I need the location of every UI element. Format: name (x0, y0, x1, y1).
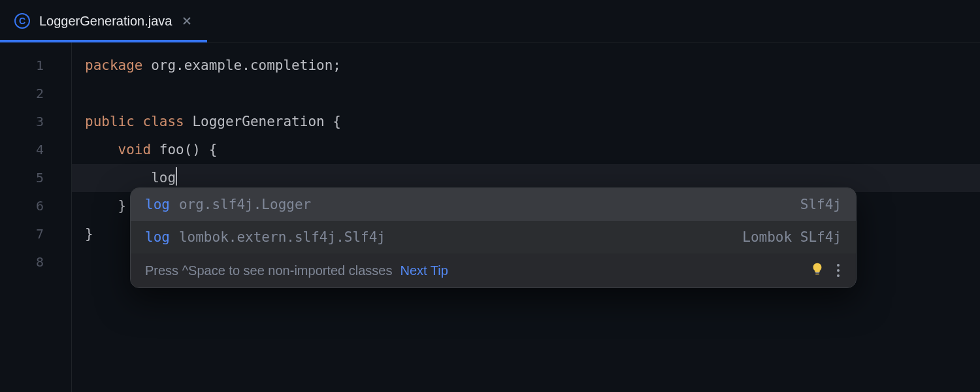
tab-title: LoggerGeneration.java (39, 14, 172, 29)
next-tip-link[interactable]: Next Tip (400, 263, 448, 278)
completion-item-source: Lombok SLf4j (742, 229, 841, 245)
completion-popup-footer: Press ^Space to see non-imported classes… (131, 253, 856, 287)
code-line[interactable] (85, 80, 980, 108)
code-editor[interactable]: 12345678 package org.example.completion;… (0, 42, 980, 392)
completion-item[interactable]: logorg.slf4j.LoggerSlf4j (131, 188, 856, 221)
line-number: 2 (0, 80, 44, 108)
svg-rect-0 (815, 272, 819, 273)
line-number: 6 (0, 192, 44, 220)
line-number: 3 (0, 108, 44, 136)
line-number: 1 (0, 52, 44, 80)
editor-tab[interactable]: C LoggerGeneration.java (0, 0, 207, 42)
tab-bar: C LoggerGeneration.java (0, 0, 980, 42)
line-number: 8 (0, 248, 44, 276)
line-number: 5 (0, 164, 44, 192)
completion-item[interactable]: loglombok.extern.slf4j.Slf4jLombok SLf4j (131, 221, 856, 253)
completion-popup: logorg.slf4j.LoggerSlf4jloglombok.extern… (130, 188, 857, 288)
completion-item-type: lombok.extern.slf4j.Slf4j (179, 229, 742, 245)
completion-item-type: org.slf4j.Logger (179, 197, 800, 212)
more-options-icon[interactable] (832, 264, 844, 277)
code-line[interactable]: void foo() { (85, 136, 980, 164)
line-number: 7 (0, 220, 44, 248)
lightbulb-icon[interactable] (810, 262, 825, 280)
completion-item-name: log (145, 229, 170, 245)
text-caret (176, 167, 177, 186)
line-number-gutter: 12345678 (0, 42, 72, 392)
code-line[interactable]: public class LoggerGeneration { (85, 108, 980, 136)
class-file-icon: C (14, 13, 30, 29)
line-number: 4 (0, 136, 44, 164)
completion-hint: Press ^Space to see non-imported classes (145, 263, 392, 278)
code-line[interactable]: package org.example.completion; (85, 52, 980, 80)
completion-item-source: Slf4j (800, 197, 841, 212)
close-tab-icon[interactable] (181, 15, 193, 27)
completion-item-name: log (145, 197, 170, 212)
